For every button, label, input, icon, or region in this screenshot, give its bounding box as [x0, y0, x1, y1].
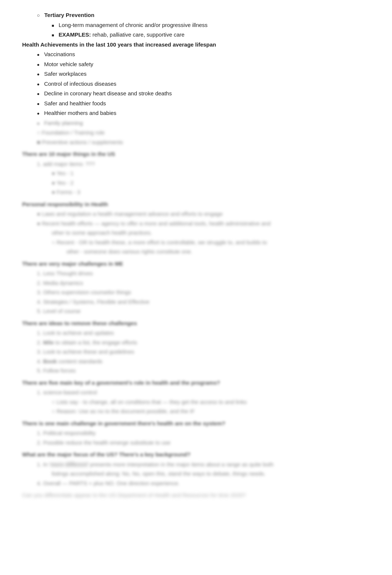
blurred-5a: 1. Look to achieve and updates — [37, 329, 370, 337]
health-achievements-header: Health Achievements in the last 100 year… — [22, 41, 370, 49]
blurred-section-header-6: There is one main challenge in governmen… — [22, 419, 370, 428]
blurred-footer: Can you differentials appear to the US D… — [22, 491, 370, 500]
blurred-8c: 4. Overall — PARTS + plus NO. One direct… — [37, 479, 370, 488]
blurred-4d: 4. Strategies / Systems, Flexible and Ef… — [37, 298, 370, 306]
blurred-7b: 2. Possible reduce the health emerge sub… — [37, 439, 370, 447]
blurred-section-header-5: There are five main key of a government'… — [22, 379, 370, 387]
blurred-5d: 4. Book content standards — [37, 357, 370, 366]
tertiary-examples-bold: EXAMPLES: — [59, 31, 91, 38]
blurred-3c: other to some approach health practices. — [52, 229, 370, 237]
list-item-healthier-mothers: Healthier mothers and babies — [37, 109, 370, 118]
blurred-8b: listings accomplished along: No, No, ope… — [52, 470, 370, 478]
blurred-3b: ● Recent health efforts — agency to offe… — [37, 220, 370, 228]
blurred-block-8: 1. In 'more different' presents more int… — [22, 460, 370, 488]
blurred-6a: 1. science-based control — [37, 388, 370, 397]
blurred-line-1b: ■ Preventive actions / supplements — [37, 138, 370, 147]
list-item-coronary: Decline in coronary heart disease and st… — [37, 89, 370, 98]
tertiary-longterm-text: Long-term management of chronic and/or p… — [59, 22, 208, 28]
blurred-2a: 1. add major items: ??? — [37, 160, 370, 169]
tertiary-longterm: Long-term management of chronic and/or p… — [52, 21, 370, 30]
tertiary-examples: EXAMPLES: rehab, palliative care, suppor… — [52, 31, 370, 39]
blurred-section-header-2: Personal responsibility in Health — [22, 200, 370, 209]
blurred-8a: 1. In 'more different' presents more int… — [37, 460, 370, 469]
blurred-4c: 3. Others supervision counselor things — [37, 288, 370, 297]
blurred-section-header-4: There are ideas to remove these challeng… — [22, 319, 370, 328]
blurred-5b: 2. Mile to obtain a list, the engage eff… — [37, 338, 370, 347]
blurred-2c: ● Yes - 2 — [52, 179, 370, 187]
blurred-3e: other - someone does various rights cons… — [66, 248, 370, 256]
list-item-safer-foods: Safer and healthier foods — [37, 99, 370, 108]
blurred-section-header-1: There are 10 major things in the US — [22, 150, 370, 159]
blurred-block-6: 1. science-based control ○ Lists say - t… — [22, 388, 370, 416]
list-item-motor-vehicle: Motor vehicle safety — [37, 60, 370, 69]
list-item-infectious-diseases: Control of infectious diseases — [37, 80, 370, 88]
blurred-3d: ○ Recent - OR to health these, a more ef… — [52, 238, 370, 247]
blurred-block-2: 1. add major items: ??? ● Yes - 1 ● Yes … — [22, 160, 370, 197]
list-item-vaccinations: Vaccinations — [37, 50, 370, 59]
blurred-4e: 5. Level of course — [37, 307, 370, 316]
blurred-block-1: ○ Foundation / Training role ■ Preventiv… — [22, 129, 370, 146]
blurred-4a: 1. Less Thought drives — [37, 269, 370, 278]
blurred-section-header-3: There are very major challenges in ME — [22, 260, 370, 268]
tertiary-prevention-header: Tertiary Prevention — [37, 11, 370, 20]
list-item-safer-workplaces: Safer workplaces — [37, 70, 370, 78]
blurred-2b: ● Yes - 1 — [52, 169, 370, 178]
blurred-block-3: ● Laws and regulation a health managemen… — [22, 210, 370, 256]
blurred-2d: ● Forms - 3 — [52, 188, 370, 197]
tertiary-prevention-label: Tertiary Prevention — [44, 12, 94, 18]
blurred-section-header-7: What are the major focus of the US? Ther… — [22, 450, 370, 459]
tertiary-examples-text: rehab, palliative care, supportive care — [93, 31, 185, 38]
health-achievements-header-text: Health Achievements in the last 100 year… — [22, 41, 216, 48]
blurred-block-7: 1. Political responsibility 2. Possible … — [22, 429, 370, 447]
blurred-3a: ● Laws and regulation a health managemen… — [37, 210, 370, 218]
blurred-block-5: 1. Look to achieve and updates 2. Mile t… — [22, 329, 370, 375]
blurred-7a: 1. Political responsibility — [37, 429, 370, 438]
blurred-line-1a: ○ Foundation / Training role — [37, 129, 370, 137]
blurred-6b: ○ Lists say - to change, all on conditio… — [52, 398, 370, 406]
blurred-5c: 3. Look to achieve these and guidelines — [37, 348, 370, 356]
blurred-6c: ○ Reason: Use as no to the document poss… — [52, 407, 370, 416]
blurred-5e: 5. Follow forces — [37, 367, 370, 375]
blurred-block-4: 1. Less Thought drives 2. Media dynamics… — [22, 269, 370, 316]
document-container: Tertiary Prevention Long-term management… — [22, 11, 370, 500]
list-item-blurred-last: Family planning — [37, 119, 370, 127]
blurred-4b: 2. Media dynamics — [37, 279, 370, 288]
